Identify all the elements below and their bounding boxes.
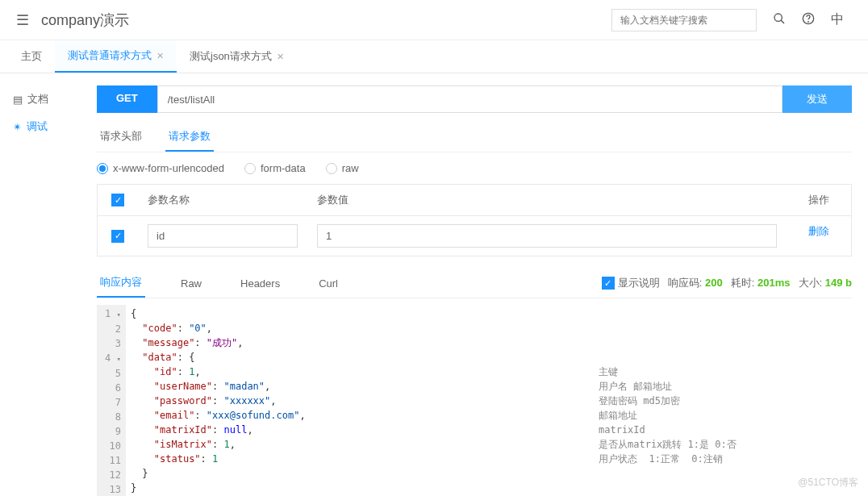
url-input[interactable] bbox=[157, 85, 782, 113]
field-descriptions: 主键用户名 邮箱地址登陆密码 md5加密邮箱地址matrixId是否从matri… bbox=[594, 305, 852, 496]
language-toggle[interactable]: 中 bbox=[831, 11, 844, 28]
radio-raw[interactable]: raw bbox=[326, 162, 359, 174]
tab-normal-request[interactable]: 测试普通请求方式✕ bbox=[55, 40, 177, 73]
svg-line-1 bbox=[781, 20, 784, 23]
size-label: 大小: 149 b bbox=[799, 276, 853, 290]
send-button[interactable]: 发送 bbox=[782, 85, 852, 113]
tab-resp-headers[interactable]: Headers bbox=[237, 271, 283, 296]
radio-form-urlencoded[interactable]: x-www-form-urlencoded bbox=[97, 162, 224, 174]
tab-resp-curl[interactable]: Curl bbox=[315, 271, 341, 296]
sidebar-item-debug[interactable]: ✴调试 bbox=[0, 113, 81, 140]
document-icon: ▤ bbox=[13, 94, 23, 106]
tab-req-headers[interactable]: 请求头部 bbox=[97, 123, 145, 152]
table-row: ✓ 删除 bbox=[98, 216, 851, 256]
watermark: @51CTO博客 bbox=[798, 476, 858, 490]
main-panel: GET 发送 请求头部 请求参数 x-www-form-urlencoded f… bbox=[81, 73, 868, 496]
param-name-input[interactable] bbox=[148, 224, 298, 248]
app-title: company演示 bbox=[41, 10, 611, 30]
tab-bar: 主页 测试普通请求方式✕ 测试json请求方式✕ bbox=[0, 40, 868, 73]
sidebar-item-doc[interactable]: ▤文档 bbox=[0, 85, 81, 113]
json-code[interactable]: { "code": "0", "message": "成功", "data": … bbox=[126, 305, 311, 496]
tab-json-request[interactable]: 测试json请求方式✕ bbox=[177, 40, 297, 73]
tab-resp-raw[interactable]: Raw bbox=[177, 271, 205, 296]
search-input[interactable] bbox=[611, 9, 757, 31]
http-method[interactable]: GET bbox=[97, 85, 157, 113]
col-param-action: 操作 bbox=[787, 185, 851, 215]
svg-point-3 bbox=[808, 21, 809, 22]
radio-form-data[interactable]: form-data bbox=[244, 162, 306, 174]
tab-resp-content[interactable]: 响应内容 bbox=[97, 269, 145, 298]
line-gutter: 1 ▾234 ▾5678910111213 bbox=[97, 305, 126, 496]
response-body: 1 ▾234 ▾5678910111213 { "code": "0", "me… bbox=[97, 305, 852, 496]
help-icon[interactable] bbox=[802, 12, 815, 28]
param-value-input[interactable] bbox=[317, 224, 777, 248]
bug-icon: ✴ bbox=[13, 121, 22, 133]
params-table: ✓ 参数名称 参数值 操作 ✓ 删除 bbox=[97, 184, 852, 256]
col-param-name: 参数名称 bbox=[138, 185, 307, 215]
sidebar: ▤文档 ✴调试 bbox=[0, 73, 81, 496]
tab-req-params[interactable]: 请求参数 bbox=[165, 123, 214, 152]
close-icon[interactable]: ✕ bbox=[156, 51, 164, 61]
time-label: 耗时: 201ms bbox=[731, 276, 791, 290]
status-code-label: 响应码: 200 bbox=[668, 276, 723, 290]
close-icon[interactable]: ✕ bbox=[277, 52, 284, 62]
header: ☰ company演示 中 bbox=[0, 0, 868, 40]
menu-toggle-icon[interactable]: ☰ bbox=[16, 11, 29, 29]
svg-point-0 bbox=[774, 14, 782, 21]
col-param-value: 参数值 bbox=[307, 185, 787, 215]
show-desc-checkbox[interactable]: ✓显示说明 bbox=[602, 276, 660, 290]
delete-row-link[interactable]: 删除 bbox=[808, 225, 829, 237]
tab-home[interactable]: 主页 bbox=[8, 40, 55, 73]
select-all-checkbox[interactable]: ✓ bbox=[111, 194, 124, 206]
search-icon[interactable] bbox=[773, 12, 786, 28]
row-checkbox[interactable]: ✓ bbox=[111, 230, 124, 243]
